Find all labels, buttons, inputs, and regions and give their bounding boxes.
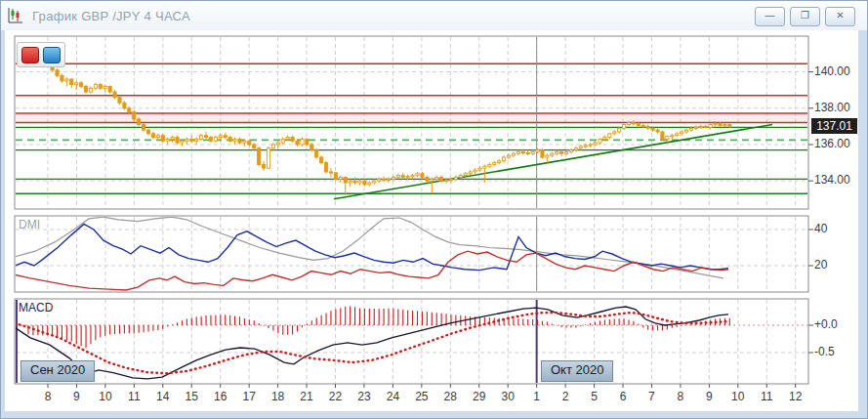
macd-panel-label: MACD [19, 301, 53, 314]
date-axis-tick: 24 [378, 390, 407, 403]
price-axis-tick: 138.00 [814, 101, 863, 114]
macd-axis-tick: -0.5 [814, 345, 863, 358]
date-axis-tick: 30 [493, 390, 522, 403]
date-axis-tick: 9 [694, 390, 723, 403]
date-axis-tick: 8 [666, 390, 695, 403]
date-axis-tick: 29 [465, 390, 494, 403]
date-axis-tick: 9 [62, 390, 91, 403]
date-axis-tick: 7 [637, 390, 666, 403]
current-price-tag: 137.01 [811, 118, 857, 134]
chart-window: График GBP /JPY 4 ЧАСА — ❐ ✕ DMI MACD Се… [0, 0, 868, 419]
dmi-axis-tick: 20 [814, 258, 863, 272]
date-axis-tick: 2 [551, 390, 580, 403]
macd-axis-tick: +0.0 [814, 317, 863, 331]
chart-toolbar [17, 42, 65, 67]
date-axis-tick: 25 [407, 390, 436, 403]
chart-surface[interactable] [1, 1, 868, 419]
price-axis-tick: 134.00 [814, 173, 863, 187]
date-axis-tick: 28 [435, 390, 465, 403]
month-label-october: Окт 2020 [541, 360, 613, 382]
dmi-panel-label: DMI [19, 218, 40, 231]
date-axis-tick: 16 [206, 390, 235, 403]
date-axis-tick: 14 [148, 390, 178, 403]
date-axis-tick: 17 [234, 390, 264, 403]
date-axis-tick: 10 [723, 390, 753, 403]
dmi-axis-tick: 40 [814, 222, 863, 235]
date-axis-tick: 10 [91, 390, 120, 403]
date-axis-tick: 11 [119, 390, 148, 403]
date-axis-tick: 8 [33, 390, 62, 403]
date-axis-tick: 22 [321, 390, 351, 403]
date-axis-tick: 15 [177, 390, 206, 403]
price-axis-tick: 136.00 [814, 137, 863, 150]
date-axis-tick: 18 [264, 390, 293, 403]
date-axis-tick: 6 [608, 390, 638, 403]
date-axis-tick: 21 [292, 390, 321, 403]
date-axis-tick: 5 [580, 390, 609, 403]
month-label-september: Сен 2020 [21, 360, 95, 382]
date-axis-tick: 12 [781, 390, 810, 403]
red-series-button[interactable] [21, 47, 39, 63]
date-axis-tick: 1 [522, 390, 552, 403]
date-axis-tick: 23 [350, 390, 379, 403]
price-axis-tick: 140.00 [814, 64, 863, 78]
date-axis-tick: 11 [752, 390, 781, 403]
blue-series-button[interactable] [43, 47, 61, 63]
